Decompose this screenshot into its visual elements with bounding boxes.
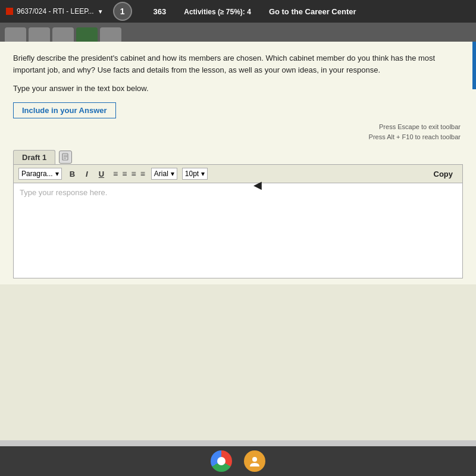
question-area: Briefly describe the president's cabinet… xyxy=(0,42,476,150)
step-indicator: 1 xyxy=(113,2,132,21)
include-answer-button[interactable]: Include in your Answer xyxy=(13,102,116,118)
nav-tab-4[interactable] xyxy=(76,27,98,42)
paragraph-style-select[interactable]: Paragra... ▾ xyxy=(18,168,62,180)
course-info[interactable]: 9637/024 - RTI - LEEP... ▼ xyxy=(6,7,104,15)
stats-area: 363 Activities (≥ 75%): 4 Go to the Care… xyxy=(154,6,356,17)
align-left-button[interactable]: ≡ xyxy=(112,169,119,178)
top-bar: 9637/024 - RTI - LEEP... ▼ 1 363 Activit… xyxy=(0,0,476,23)
copy-button[interactable]: Copy xyxy=(429,168,458,180)
editor-placeholder: Type your response here. xyxy=(20,188,107,197)
user-svg xyxy=(248,455,261,468)
activities-stat: Activities (≥ 75%): 4 xyxy=(184,6,251,17)
blue-accent-bar xyxy=(472,42,476,89)
hint-line-2: Press Alt + F10 to reach toolbar xyxy=(13,132,461,142)
page-icon xyxy=(61,153,70,161)
draft-tab[interactable]: Draft 1 xyxy=(13,150,55,164)
bold-button[interactable]: B xyxy=(67,169,78,179)
underline-button[interactable]: U xyxy=(96,169,107,179)
nav-tab-5[interactable] xyxy=(100,27,121,42)
career-center-link[interactable]: Go to the Career Center xyxy=(269,7,356,16)
font-size-select[interactable]: 10pt ▾ xyxy=(182,168,208,180)
italic-button[interactable]: I xyxy=(83,169,91,179)
course-title: 9637/024 - RTI - LEEP... xyxy=(17,7,94,15)
instruction-text: Type your answer in the text box below. xyxy=(13,84,463,93)
draft-icon-btn[interactable] xyxy=(59,151,72,164)
editor-body[interactable]: Type your response here. xyxy=(13,183,463,278)
chrome-inner-circle xyxy=(217,457,226,465)
chrome-icon[interactable] xyxy=(211,450,232,472)
nav-tab-1[interactable] xyxy=(5,27,26,42)
font-family-select[interactable]: Arial ▾ xyxy=(151,168,177,180)
question-text: Briefly describe the president's cabinet… xyxy=(13,52,463,76)
editor-toolbar: Paragra... ▾ B I U ≡ ≡ ≡ ≡ Arial ▾ xyxy=(13,164,463,183)
user-account-icon[interactable] xyxy=(244,450,265,472)
nav-tab-2[interactable] xyxy=(29,27,50,42)
course-dropdown-arrow[interactable]: ▼ xyxy=(98,8,104,15)
points-stat: 363 xyxy=(154,6,167,17)
editor-container: Draft 1 Paragra... ▾ B I U xyxy=(0,150,476,284)
nav-tabs-area xyxy=(0,23,476,42)
main-content: Briefly describe the president's cabinet… xyxy=(0,42,476,440)
align-center-button[interactable]: ≡ xyxy=(121,169,128,178)
nav-tab-3[interactable] xyxy=(52,27,74,42)
align-right-button[interactable]: ≡ xyxy=(130,169,137,178)
course-color-indicator xyxy=(6,8,13,15)
taskbar xyxy=(0,446,476,476)
toolbar-hint: Press Escape to exit toolbar Press Alt +… xyxy=(13,122,463,142)
align-buttons: ≡ ≡ ≡ ≡ xyxy=(112,169,146,178)
hint-line-1: Press Escape to exit toolbar xyxy=(13,122,461,132)
svg-point-4 xyxy=(252,457,257,462)
draft-tab-row: Draft 1 xyxy=(13,150,463,164)
align-justify-button[interactable]: ≡ xyxy=(139,169,146,178)
